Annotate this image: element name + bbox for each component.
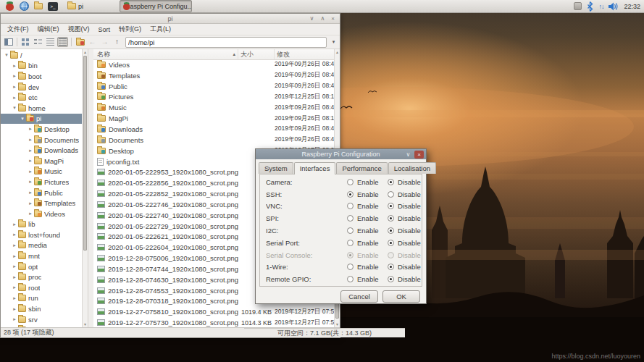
expand-icon[interactable]: ▸ [27,158,34,164]
dialog-titlebar[interactable]: Raspberry Pi Configuration ∨ × [256,149,426,159]
forward-button[interactable]: → [99,37,110,47]
expand-icon[interactable]: ▸ [11,63,18,69]
expand-icon[interactable]: ▸ [27,201,34,206]
menu-item-0[interactable]: 文件(F) [4,25,33,34]
expand-icon[interactable]: ▸ [11,73,18,79]
file-row[interactable]: 2019-12-27-075730_1920x1080_scrot.png101… [93,317,334,327]
expand-icon[interactable]: ▸ [27,148,34,153]
disable-radio[interactable] [388,240,394,246]
file-row[interactable]: 2019-12-27-075810_1920x1080_scrot.png101… [93,306,334,317]
file-row[interactable]: MagPi2019年09月26日 08:18 [93,113,334,124]
tree-item-opt[interactable]: ▸opt [1,261,82,272]
clock[interactable]: 22:32 [624,3,640,10]
network-traffic-icon[interactable]: ↑↓ [598,3,603,10]
file-manager-titlebar[interactable]: pi ∨ ∧ × [1,14,340,24]
scroll-up-icon[interactable]: ▴ [83,49,88,55]
tab-system[interactable]: System [259,162,293,174]
home-button[interactable] [75,37,85,47]
tree-item-home[interactable]: ▾home [1,103,82,114]
tree-item-Desktop[interactable]: ▸Desktop [1,124,82,135]
icon-view-button[interactable] [20,37,31,47]
expand-icon[interactable]: ▸ [11,306,18,312]
expand-icon[interactable]: ▸ [11,232,18,237]
tree-item-Pictures[interactable]: ▸Pictures [1,177,82,188]
tree-item-Music[interactable]: ▸Music [1,167,82,177]
collapse-icon[interactable]: ▾ [3,52,10,58]
volume-icon[interactable] [609,2,619,11]
expand-icon[interactable]: ▸ [27,126,34,132]
expand-icon[interactable]: ▸ [11,285,18,290]
disable-radio[interactable] [388,203,394,209]
enable-radio[interactable] [347,179,354,185]
enable-radio[interactable] [347,203,354,209]
terminal-launcher[interactable]: >_ [46,0,60,12]
path-dropdown-button[interactable]: ▾ [330,39,338,45]
toggle-sidebar-button[interactable] [3,37,14,47]
web-browser-launcher[interactable] [17,0,31,12]
expand-icon[interactable]: ▸ [11,295,18,301]
tree-item-Public[interactable]: ▸Public [1,188,82,198]
tab-interfaces[interactable]: Interfaces [294,162,336,174]
expand-icon[interactable]: ▸ [27,190,34,195]
expand-icon[interactable]: ▸ [11,264,18,269]
expand-icon[interactable]: ▸ [11,274,18,280]
enable-radio[interactable] [347,276,354,282]
tree-item-bin[interactable]: ▸bin [1,61,82,72]
tree-item-proc[interactable]: ▸proc [1,272,82,282]
enable-radio[interactable] [347,191,354,198]
tree-item-etc[interactable]: ▸etc [1,92,82,103]
dialog-close-button[interactable]: × [414,151,424,159]
column-header-name[interactable]: 名称 ▴ [93,49,238,59]
expand-icon[interactable]: ▸ [11,243,18,248]
scroll-down-icon[interactable]: ▾ [335,321,340,327]
tree-item-srv[interactable]: ▸srv [1,314,82,325]
menu-item-2[interactable]: 视图(V) [64,25,93,34]
file-row[interactable]: Downloads2019年09月26日 08:46 [93,124,334,135]
tree-item-MagPi[interactable]: ▸MagPi [1,156,82,167]
enable-radio[interactable] [347,240,354,246]
tree-item-Documents[interactable]: ▸Documents [1,135,82,146]
tree-item-Templates[interactable]: ▸Templates [1,198,82,209]
enable-radio[interactable] [347,227,354,234]
file-manager-launcher[interactable] [31,0,46,12]
tree-item-sbin[interactable]: ▸sbin [1,303,82,314]
applications-menu-button[interactable] [2,0,17,12]
expand-icon[interactable]: ▸ [11,222,18,227]
taskbar-window-pi[interactable]: pi [64,1,86,12]
file-row[interactable]: Public2019年09月26日 08:46 [93,81,334,92]
column-header-size[interactable]: 大小 [238,49,275,59]
tree-item-clipped[interactable]: ▸ [1,324,82,327]
cancel-button[interactable]: Cancel [340,290,378,303]
close-button[interactable]: × [331,14,335,23]
expand-icon[interactable]: ▸ [11,316,18,322]
tree-item-media[interactable]: ▸media [1,240,82,251]
tree-item-pi[interactable]: ▾pi [1,114,82,125]
taskbar-window-raspi-config[interactable]: Raspberry Pi Configu... [120,0,192,12]
menu-item-4[interactable]: 转到(G) [115,25,145,34]
tab-performance[interactable]: Performance [336,162,387,174]
disable-radio[interactable] [388,191,394,198]
tree-item-/[interactable]: ▾/ [1,50,82,61]
disable-radio[interactable] [388,276,394,282]
tray-app-icon[interactable] [574,2,582,10]
tree-scrollbar[interactable]: ▴ ▾ [82,49,88,327]
shade-button[interactable]: ∨ [310,14,314,23]
collapse-icon[interactable]: ▾ [11,105,18,111]
tree-scroll-thumb[interactable] [83,56,87,251]
tree-item-boot[interactable]: ▸boot [1,71,82,82]
back-button[interactable]: ← [87,37,98,47]
expand-icon[interactable]: ▸ [27,179,34,185]
ok-button[interactable]: OK [382,290,420,303]
expand-icon[interactable]: ▸ [27,169,34,174]
dialog-shade-button[interactable]: ∨ [403,151,413,159]
file-row[interactable]: Videos2019年09月26日 08:46 [93,59,334,70]
scroll-down-icon[interactable]: ▾ [83,321,88,327]
menu-item-5[interactable]: 工具(L) [146,25,175,34]
disable-radio[interactable] [388,215,394,222]
file-row[interactable]: Music2019年09月26日 08:46 [93,102,334,113]
disable-radio[interactable] [388,179,394,185]
tree-item-lost+found[interactable]: ▸lost+found [1,230,82,240]
path-input[interactable] [125,37,327,48]
tree-item-Videos[interactable]: ▸Videos [1,209,82,219]
expand-icon[interactable]: ▸ [11,84,18,90]
